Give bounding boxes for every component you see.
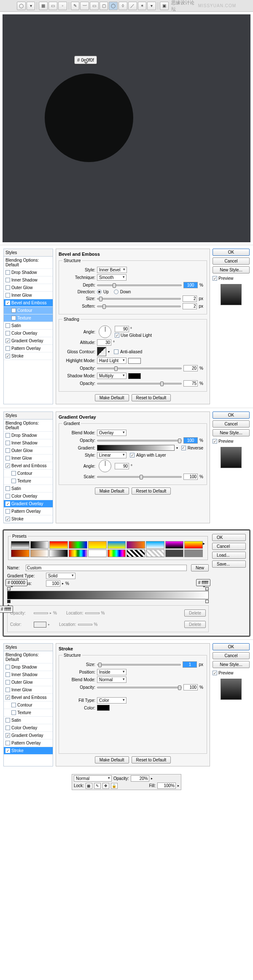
gradient-preset-12[interactable] (49, 550, 68, 557)
gradient-preset-1[interactable] (30, 541, 49, 549)
gradient-preset-15[interactable] (108, 550, 126, 557)
soften-slider[interactable] (97, 306, 181, 307)
s-opacity-value[interactable]: 75 (183, 380, 198, 387)
global-light-checkbox[interactable] (115, 333, 119, 338)
smoothness-value[interactable]: 100 (46, 580, 60, 587)
stop-color-location-field[interactable] (78, 624, 92, 625)
layer-fill-value[interactable]: 100% (157, 782, 176, 789)
technique-dropdown[interactable]: Smooth (97, 274, 126, 281)
fx-drop-shadow[interactable]: Drop Shadow (4, 432, 53, 439)
fx-drop-shadow[interactable]: Drop Shadow (4, 269, 53, 276)
gradient-preset-5[interactable] (108, 541, 126, 549)
blend-mode-dropdown[interactable]: Overlay (97, 430, 126, 436)
fx-bevel-emboss[interactable]: Bevel and Emboss (4, 462, 53, 470)
document-canvas[interactable]: # 0e0f0f (3, 14, 250, 242)
depth-value[interactable]: 100 (183, 282, 198, 288)
ok-button[interactable]: OK (213, 643, 250, 650)
gradient-preset-10[interactable] (11, 550, 30, 557)
fx-pattern-overlay[interactable]: Pattern Overlay (4, 739, 53, 747)
pen-icon[interactable]: ✎ (71, 2, 80, 10)
fx-gradient-overlay[interactable]: Gradient Overlay (4, 337, 53, 345)
reset-default-button[interactable]: Reset to Default (132, 394, 171, 401)
color-stop-right[interactable] (205, 600, 209, 603)
gradient-preset-4[interactable] (88, 541, 107, 549)
ok-button[interactable]: OK (213, 249, 250, 256)
fx-gradient-overlay[interactable]: Gradient Overlay (4, 732, 53, 739)
fx-outer-glow[interactable]: Outer Glow (4, 284, 53, 292)
fx-satin[interactable]: Satin (4, 322, 53, 330)
shadow-mode-dropdown[interactable]: Multiply (97, 373, 126, 379)
line-icon[interactable]: ／ (128, 2, 137, 10)
fx-stroke[interactable]: Stroke (4, 747, 53, 755)
gradient-preset-8[interactable] (165, 541, 184, 549)
fx-texture[interactable]: Texture (4, 314, 53, 322)
shadow-color-swatch[interactable] (128, 373, 141, 379)
gradient-preset-13[interactable] (69, 550, 87, 557)
preview-checkbox[interactable] (213, 276, 217, 281)
h-opacity-slider[interactable] (97, 368, 182, 369)
fx-inner-glow[interactable]: Inner Glow (4, 292, 53, 299)
gradient-preset-6[interactable] (126, 541, 145, 549)
fx-contour[interactable]: Contour (4, 701, 53, 709)
name-field[interactable]: Custom (26, 565, 187, 571)
opacity-slider[interactable] (97, 687, 182, 688)
gradient-ramp[interactable]: # 000000 # ffffff # ffffff (7, 591, 209, 599)
size-slider[interactable] (97, 298, 181, 300)
stop-location-field[interactable] (85, 612, 100, 614)
polygon-icon[interactable]: ◊ (118, 2, 127, 10)
fx-color-overlay[interactable]: Color Overlay (4, 724, 53, 732)
layer-opacity-value[interactable]: 20% (131, 775, 149, 782)
dropdown-icon[interactable]: ▾ (27, 2, 35, 10)
highlight-color-swatch[interactable] (128, 358, 141, 364)
shape-ellipse-icon[interactable]: ◯ (17, 2, 26, 10)
fx-bevel-emboss[interactable]: Bevel and Emboss (4, 299, 53, 307)
fx-color-overlay[interactable]: Color Overlay (4, 493, 53, 500)
gradient-preset-7[interactable] (146, 541, 164, 549)
fx-contour[interactable]: Contour (4, 470, 53, 477)
reset-default-button[interactable]: Reset to Default (132, 487, 171, 495)
opacity-value[interactable]: 100 (183, 684, 198, 690)
delete-opacity-stop[interactable]: Delete (184, 609, 206, 617)
blending-options-row[interactable]: Blending Options: Default (4, 420, 53, 432)
gradient-preset-11[interactable] (30, 550, 49, 557)
cancel-button[interactable]: Cancel (213, 652, 250, 659)
fx-gradient-overlay[interactable]: Gradient Overlay (4, 500, 53, 508)
ellipse-shape[interactable] (45, 73, 133, 162)
depth-slider[interactable] (97, 284, 182, 286)
gradient-preset-3[interactable] (69, 541, 87, 549)
rect-icon[interactable]: ▭ (90, 2, 99, 10)
fx-satin[interactable]: Satin (4, 485, 53, 493)
fx-drop-shadow[interactable]: Drop Shadow (4, 663, 53, 671)
gradient-preset-14[interactable] (88, 550, 107, 557)
opacity-stop-right[interactable] (205, 587, 209, 590)
opacity-stop-left[interactable] (7, 587, 11, 590)
lock-all-icon[interactable]: 🔒 (111, 783, 118, 789)
new-style-button[interactable]: New Style... (213, 266, 250, 273)
path-combine-icon[interactable]: ▣ (160, 2, 169, 10)
scale-value[interactable]: 100 (183, 474, 198, 480)
make-default-button[interactable]: Make Default (95, 487, 129, 495)
fx-inner-shadow[interactable]: Inner Shadow (4, 671, 53, 679)
preview-checkbox[interactable] (213, 671, 217, 675)
stroke-color-swatch[interactable] (97, 705, 110, 711)
custom-shape-icon[interactable]: ✶ (138, 2, 147, 10)
preview-checkbox[interactable] (213, 439, 217, 444)
s-opacity-slider[interactable] (97, 383, 182, 384)
stop-opacity-field[interactable] (34, 612, 48, 614)
fx-inner-shadow[interactable]: Inner Shadow (4, 439, 53, 447)
mode-pixels-icon[interactable]: ▫ (58, 2, 67, 10)
make-default-button[interactable]: Make Default (95, 394, 129, 401)
new-style-button[interactable]: New Style... (213, 429, 250, 436)
soften-value[interactable]: 2 (183, 303, 197, 309)
style-dropdown[interactable]: Inner Bevel (97, 267, 127, 273)
angle-dial[interactable] (99, 325, 111, 338)
new-style-button[interactable]: New Style... (213, 661, 250, 668)
gradient-preset-16[interactable] (126, 550, 145, 557)
opacity-slider[interactable] (97, 440, 182, 441)
fx-contour[interactable]: Contour (4, 307, 53, 314)
fill-type-dropdown[interactable]: Color (97, 697, 126, 704)
delete-color-stop[interactable]: Delete (184, 621, 206, 628)
reverse-checkbox[interactable] (181, 446, 186, 450)
fx-outer-glow[interactable]: Outer Glow (4, 447, 53, 455)
gradient-preset-17[interactable] (146, 550, 164, 557)
